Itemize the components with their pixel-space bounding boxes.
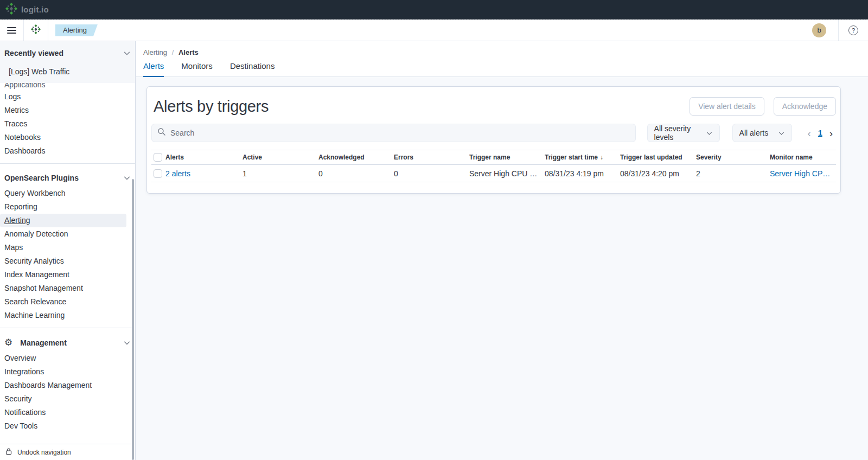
acknowledged-cell: 0: [318, 169, 394, 178]
chevron-down-icon: [123, 49, 131, 57]
tab-destinations[interactable]: Destinations: [230, 61, 275, 76]
sidebar-item-dev-tools[interactable]: Dev Tools: [0, 419, 135, 433]
page-title: Alerts by triggers: [151, 98, 269, 116]
sidebar-scrollbar[interactable]: [132, 179, 134, 460]
sidebar-item-machine-learning[interactable]: Machine Learning: [0, 309, 135, 322]
tab-monitors[interactable]: Monitors: [181, 61, 213, 76]
sidebar-item-anomaly-detection[interactable]: Anomaly Detection: [0, 227, 135, 241]
trigger-name-cell: Server High CPU War...: [469, 169, 545, 178]
column-header-alerts[interactable]: Alerts: [165, 154, 242, 161]
previous-page-button[interactable]: ‹: [808, 128, 811, 138]
alerts-panel: Alerts by triggers View alert details Ac…: [146, 86, 841, 194]
breadcrumb: Alerting / Alerts: [136, 41, 868, 56]
severity-cell: 2: [696, 169, 770, 178]
chevron-down-icon: [778, 130, 785, 137]
sidebar-item-search-relevance[interactable]: Search Relevance: [0, 295, 135, 309]
page-number[interactable]: 1: [818, 129, 822, 137]
trigger-start-time-cell: 08/31/23 4:19 pm: [545, 169, 620, 178]
trigger-last-updated-cell: 08/31/23 4:20 pm: [620, 169, 696, 178]
recently-viewed-header[interactable]: Recently viewed: [4, 48, 131, 59]
sidebar-item-query-workbench[interactable]: Query Workbench: [0, 187, 135, 200]
sidebar-item-security[interactable]: Security: [0, 392, 135, 406]
chevron-down-icon: [706, 130, 713, 137]
main-content: Alerting / Alerts Alerts Monitors Destin…: [136, 41, 868, 460]
alert-state-filter-dropdown[interactable]: All alerts: [732, 124, 792, 142]
severity-filter-dropdown[interactable]: All severity levels: [647, 124, 720, 142]
acknowledge-button[interactable]: Acknowledge: [774, 97, 836, 116]
sidebar-divider: [0, 163, 135, 164]
column-header-trigger-start-time[interactable]: Trigger start time↓: [545, 154, 620, 161]
opensearch-plugins-label: OpenSearch Plugins: [4, 174, 79, 182]
severity-filter-value: All severity levels: [654, 124, 706, 142]
brand-name: logit.io: [21, 5, 49, 14]
table-row: 2 alerts 1 0 0 Server High CPU War... 08…: [151, 165, 836, 182]
search-field: [151, 124, 636, 142]
recently-viewed-group: Recently viewed [Logs] Web Traffic: [0, 41, 135, 83]
app-tab-alerting[interactable]: Alerting: [55, 24, 98, 36]
search-icon: [157, 127, 166, 138]
undock-navigation-button[interactable]: Undock navigation: [0, 444, 135, 460]
sidebar-item-traces[interactable]: Traces: [0, 117, 135, 131]
sidebar-item-security-analytics[interactable]: Security Analytics: [0, 254, 135, 268]
table-header-row: Alerts Active Acknowledged Errors Trigge…: [151, 150, 836, 165]
monitor-name-cell[interactable]: Server High CPU War...: [770, 169, 836, 178]
sidebar-scroll-area: Applications Logs Metrics Traces Noteboo…: [0, 83, 135, 444]
column-header-acknowledged[interactable]: Acknowledged: [318, 154, 394, 161]
pagination: ‹ 1 ›: [803, 128, 836, 138]
sidebar-divider: [0, 328, 135, 328]
menu-icon[interactable]: [7, 27, 16, 34]
row-checkbox[interactable]: [154, 169, 162, 178]
sidebar-item-metrics[interactable]: Metrics: [0, 104, 135, 117]
opensearch-plugins-header[interactable]: OpenSearch Plugins: [0, 169, 135, 187]
tab-alerts[interactable]: Alerts: [143, 61, 164, 77]
breadcrumb-alerts: Alerts: [178, 48, 199, 56]
breadcrumb-separator: /: [169, 48, 177, 56]
column-header-severity[interactable]: Severity: [696, 154, 770, 161]
avatar[interactable]: b: [812, 23, 826, 37]
undock-label: Undock navigation: [17, 449, 71, 456]
column-header-trigger-name[interactable]: Trigger name: [469, 154, 545, 161]
management-label: Management: [20, 338, 67, 347]
gear-icon: ⚙: [4, 338, 12, 347]
select-all-checkbox[interactable]: [154, 153, 162, 162]
sidebar-item-index-management[interactable]: Index Management: [0, 268, 135, 282]
sidebar: Recently viewed [Logs] Web Traffic Appli…: [0, 41, 136, 460]
alerts-cell[interactable]: 2 alerts: [165, 169, 242, 178]
sidebar-item-overview[interactable]: Overview: [0, 352, 135, 365]
view-alert-details-button[interactable]: View alert details: [690, 97, 764, 116]
page-content: Alerts by triggers View alert details Ac…: [136, 77, 868, 460]
chevron-down-icon: [123, 339, 131, 347]
next-page-button[interactable]: ›: [829, 128, 833, 138]
chevron-down-icon: [123, 174, 131, 182]
search-input[interactable]: [170, 129, 630, 137]
sidebar-item-notifications[interactable]: Notifications: [0, 406, 135, 419]
sidebar-item-snapshot-management[interactable]: Snapshot Management: [0, 282, 135, 295]
sidebar-item-notebooks[interactable]: Notebooks: [0, 131, 135, 144]
sidebar-item-applications-clipped[interactable]: Applications: [0, 83, 135, 90]
sidebar-item-alerting[interactable]: Alerting: [0, 214, 126, 227]
top-brand-bar: logit.io: [0, 0, 868, 20]
alert-state-filter-value: All alerts: [739, 129, 769, 137]
sidebar-item-integrations[interactable]: Integrations: [0, 365, 135, 379]
sort-descending-icon: ↓: [600, 154, 603, 161]
breadcrumb-alerting[interactable]: Alerting: [143, 48, 167, 56]
tab-bar: Alerts Monitors Destinations: [136, 56, 868, 77]
column-header-trigger-last-updated[interactable]: Trigger last updated: [620, 154, 696, 161]
help-icon[interactable]: ?: [848, 25, 858, 35]
active-cell: 1: [242, 169, 318, 178]
sidebar-item-logs-web-traffic[interactable]: [Logs] Web Traffic: [4, 65, 131, 79]
sidebar-item-reporting[interactable]: Reporting: [0, 200, 135, 214]
home-mark-icon[interactable]: [31, 24, 41, 36]
column-header-active[interactable]: Active: [242, 154, 318, 161]
sidebar-item-dashboards-management[interactable]: Dashboards Management: [0, 379, 135, 392]
sidebar-item-dashboards[interactable]: Dashboards: [0, 144, 135, 158]
column-header-errors[interactable]: Errors: [394, 154, 469, 161]
logit-mark-icon: [5, 3, 17, 17]
app-header: Alerting b ?: [0, 20, 868, 41]
logit-logo: logit.io: [5, 3, 49, 17]
errors-cell: 0: [394, 169, 469, 178]
column-header-monitor-name[interactable]: Monitor name: [770, 154, 836, 161]
sidebar-item-maps[interactable]: Maps: [0, 241, 135, 254]
sidebar-item-logs[interactable]: Logs: [0, 90, 135, 104]
management-header[interactable]: ⚙ Management: [0, 334, 135, 352]
